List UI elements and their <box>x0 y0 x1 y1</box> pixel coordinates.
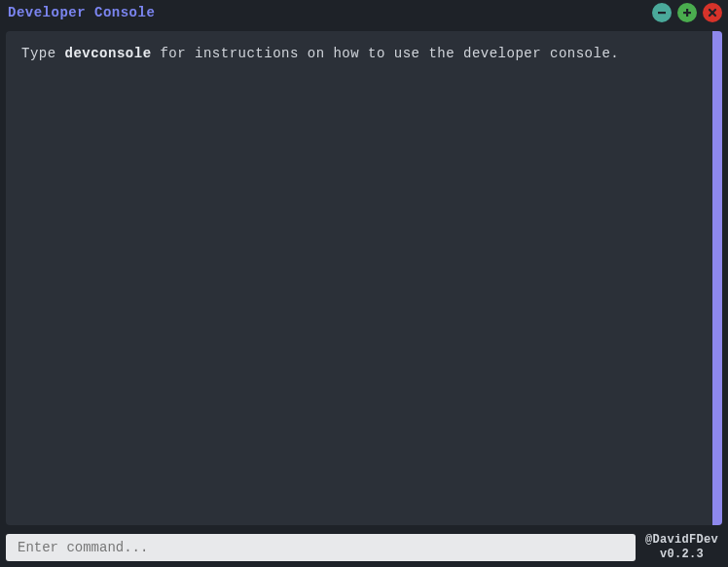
author-handle: @DavidFDev <box>645 533 718 547</box>
svg-rect-0 <box>658 12 666 14</box>
console-hint-line: Type devconsole for instructions on how … <box>6 31 722 78</box>
scrollbar[interactable] <box>712 31 722 525</box>
version-label: v0.2.3 <box>645 548 718 561</box>
hint-command: devconsole <box>65 46 152 61</box>
hint-suffix: for instructions on how to use the devel… <box>152 46 620 61</box>
console-output-area: Type devconsole for instructions on how … <box>6 31 722 525</box>
maximize-button[interactable] <box>677 3 697 22</box>
footer-meta: @DavidFDev v0.2.3 <box>645 533 722 561</box>
plus-icon <box>681 7 693 18</box>
window-title: Developer Console <box>8 5 155 20</box>
minus-icon <box>656 7 668 18</box>
header-bar: Developer Console <box>0 0 728 25</box>
hint-prefix: Type <box>21 46 65 61</box>
minimize-button[interactable] <box>652 3 672 22</box>
window-controls <box>652 3 722 22</box>
close-button[interactable] <box>703 3 722 22</box>
command-input[interactable] <box>6 534 636 561</box>
svg-rect-2 <box>683 12 691 14</box>
close-icon <box>707 7 718 18</box>
bottom-bar: @DavidFDev v0.2.3 <box>0 529 728 567</box>
